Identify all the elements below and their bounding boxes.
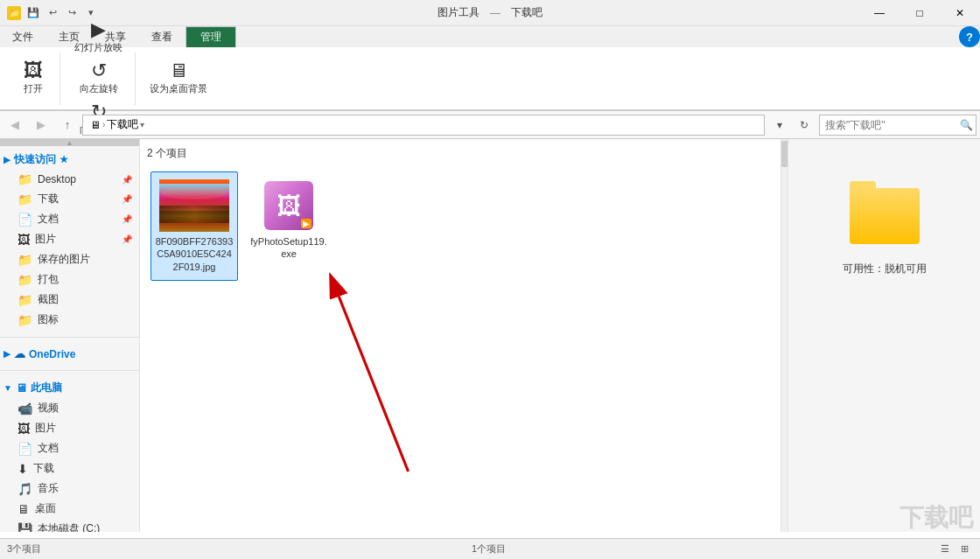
set-background-label: 设为桌面背景: [150, 82, 207, 95]
sidebar-item-pictures2[interactable]: 🖼 图片: [0, 418, 139, 438]
sidebar-quickaccess-header[interactable]: ▶ 快速访问 ★: [0, 150, 139, 170]
path-text: 下载吧: [107, 117, 138, 132]
search-box: 🔍: [819, 115, 976, 136]
file-thumbnail-exe: 🖼 ▶: [254, 179, 324, 232]
folder-icon: 🖼: [18, 233, 30, 247]
sidebar: ▲ ▶ 快速访问 ★ 📁 Desktop 📌 📁 下载 📌 📄 文档: [0, 139, 140, 532]
maximize-button[interactable]: □: [900, 0, 940, 26]
refresh-button[interactable]: ↻: [793, 115, 816, 136]
sidebar-onedrive: ▶ ☁ OneDrive: [0, 341, 139, 367]
ribbon-content: 🖼 打开 ▶ 幻灯片放映 ↺ 向左旋转 ↻ 向右旋转 🖥 设为桌面背景: [0, 47, 980, 110]
status-item-count: 3个项目: [7, 542, 41, 556]
sidebar-thispc: ▼ 🖥 此电脑 📹 视频 🖼 图片 📄 文档 ⬇ 下载 🎵: [0, 374, 139, 532]
file-name-jpg: 8F090BFF276393C5A9010E5C4242F019.jpg: [155, 235, 234, 273]
forward-button[interactable]: ▶: [30, 114, 52, 136]
slideshow-label: 幻灯片放映: [74, 41, 122, 54]
set-background-btn[interactable]: 🖥 设为桌面背景: [144, 58, 213, 99]
open-label: 打开: [24, 82, 43, 95]
folder-availability: 可用性：脱机可用: [843, 262, 927, 276]
sidebar-item-screenshot[interactable]: 📁 截图: [0, 290, 139, 310]
file-grid: 8F090BFF276393C5A9010E5C4242F019.jpg 🖼 ▶…: [147, 168, 780, 284]
svg-line-1: [339, 297, 408, 472]
list-view-button[interactable]: ☰: [936, 542, 954, 557]
open-btn[interactable]: 🖼 打开: [14, 58, 52, 99]
scrollbar-thumb[interactable]: [781, 141, 788, 167]
folder-icon: 📄: [18, 213, 32, 227]
ribbon-group-edit: 🖥 设为桌面背景: [137, 52, 220, 105]
file-item-exe[interactable]: 🖼 ▶ fyPhotoSetup119.exe: [245, 171, 332, 281]
sidebar-thispc-header[interactable]: ▼ 🖥 此电脑: [0, 378, 139, 398]
ribbon-tab-bar: 文件 主页 共享 查看 管理 ?: [0, 26, 980, 47]
tab-view[interactable]: 查看: [139, 26, 186, 47]
sidebar-item-docs[interactable]: 📄 文档 📌: [0, 209, 139, 229]
ribbon-group-open: 🖼 打开: [7, 52, 60, 105]
sidebar-item-desktop2[interactable]: 🖥 桌面: [0, 499, 139, 519]
tab-file[interactable]: 文件: [0, 26, 46, 47]
window-controls: — □ ✕: [859, 0, 980, 26]
folder-icon: 📁: [18, 313, 32, 327]
sidebar-item-pack[interactable]: 📁 打包: [0, 269, 139, 290]
help-button[interactable]: ?: [959, 26, 980, 47]
slideshow-btn[interactable]: ▶ 幻灯片放映: [69, 17, 128, 58]
right-panel: 可用性：脱机可用: [788, 139, 980, 532]
folder-icon-large: [850, 188, 920, 244]
sidebar-divider-1: [0, 337, 139, 338]
pin-icon: 📌: [122, 234, 132, 244]
folder-icon: 📁: [18, 172, 32, 186]
status-bar: 3个项目 1个项目 ☰ ⊞: [0, 538, 980, 559]
folder-large: [850, 188, 920, 244]
folder-icon: 📁: [18, 293, 32, 307]
sidebar-drive-c[interactable]: 💾 本地磁盘 (C:): [0, 519, 139, 532]
drive-icon: 💾: [18, 522, 32, 533]
pin-icon: 📌: [122, 194, 132, 204]
toolbar-label: 图片工具: [438, 5, 480, 20]
sidebar-item-desktop[interactable]: 📁 Desktop 📌: [0, 170, 139, 189]
sidebar-item-icons[interactable]: 📁 图标: [0, 310, 139, 330]
title-text: 下载吧: [511, 5, 542, 20]
minimize-button[interactable]: —: [859, 0, 900, 26]
sidebar-item-download2[interactable]: ⬇ 下载: [0, 458, 139, 479]
sidebar-item-docs2[interactable]: 📄 文档: [0, 438, 139, 458]
background-icon: 🖥: [169, 61, 188, 80]
ribbon: 文件 主页 共享 查看 管理 ? 🖼 打开 ▶ 幻灯片放映 ↺ 向左旋转: [0, 26, 980, 111]
scrollbar[interactable]: [780, 139, 788, 532]
folder-icon: 📁: [18, 253, 32, 267]
sidebar-item-pictures[interactable]: 🖼 图片 📌: [0, 229, 139, 249]
file-item-jpg[interactable]: 8F090BFF276393C5A9010E5C4242F019.jpg: [150, 171, 238, 281]
sidebar-onedrive-header[interactable]: ▶ ☁ OneDrive: [0, 345, 139, 363]
sidebar-divider-2: [0, 370, 139, 371]
view-controls: ☰ ⊞: [936, 542, 973, 557]
up-button[interactable]: ↑: [56, 114, 79, 136]
folder-icon: 📁: [18, 192, 32, 206]
music-icon: 🎵: [18, 482, 32, 496]
save-button[interactable]: 💾: [24, 4, 42, 22]
grid-view-button[interactable]: ⊞: [956, 542, 973, 557]
rotate-left-icon: ↺: [91, 61, 107, 80]
main-layout: ▲ ▶ 快速访问 ★ 📁 Desktop 📌 📁 下载 📌 📄 文档: [0, 139, 980, 532]
path-icon: 🖥: [90, 119, 101, 131]
ribbon-group-view: ▶ 幻灯片放映 ↺ 向左旋转 ↻ 向右旋转: [62, 52, 136, 105]
path-segment: 🖥 › 下载吧 ▾: [90, 117, 144, 132]
address-bar: ◀ ▶ ↑ 🖥 › 下载吧 ▾ ▾ ↻ 🔍: [0, 111, 980, 139]
sidebar-quick-access: ▶ 快速访问 ★ 📁 Desktop 📌 📁 下载 📌 📄 文档 📌 🖼: [0, 146, 139, 333]
sidebar-item-music[interactable]: 🎵 音乐: [0, 479, 139, 499]
search-input[interactable]: [825, 119, 956, 131]
file-thumbnail-jpg: [159, 179, 229, 232]
search-icon[interactable]: 🔍: [960, 119, 973, 131]
folder-icon: 📁: [18, 273, 32, 287]
address-controls: ▾ ↻: [768, 115, 816, 136]
back-button[interactable]: ◀: [4, 114, 26, 136]
pin-icon: 📌: [122, 175, 132, 185]
sidebar-item-videos[interactable]: 📹 视频: [0, 398, 139, 418]
tab-manage[interactable]: 管理: [186, 26, 236, 48]
desktop-icon: 🖥: [18, 502, 30, 516]
address-path[interactable]: 🖥 › 下载吧 ▾: [82, 115, 765, 136]
close-button[interactable]: ✕: [940, 0, 980, 26]
sidebar-item-download[interactable]: 📁 下载 📌: [0, 189, 139, 209]
rotate-left-label: 向左旋转: [80, 82, 118, 95]
dropdown-button[interactable]: ▾: [768, 115, 791, 136]
sidebar-item-saved-pictures[interactable]: 📁 保存的图片: [0, 249, 139, 269]
rotate-left-btn[interactable]: ↺ 向左旋转: [74, 58, 123, 99]
undo-button[interactable]: ↩: [44, 4, 61, 22]
picture-icon: 🖼: [18, 422, 30, 436]
